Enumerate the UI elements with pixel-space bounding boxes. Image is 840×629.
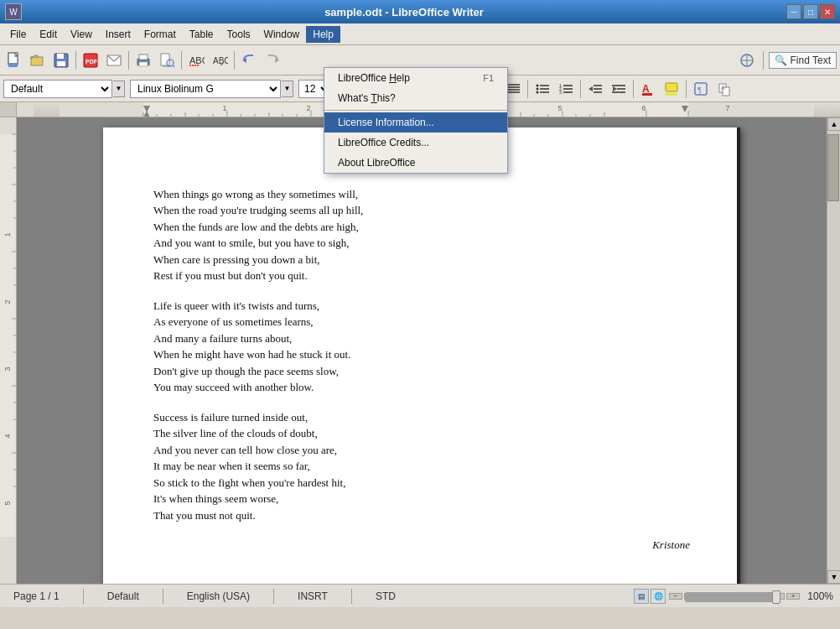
preview-button[interactable] <box>156 49 178 71</box>
scroll-down-button[interactable]: ▼ <box>827 570 840 584</box>
zoom-slider-track[interactable] <box>684 593 785 600</box>
pdf-button[interactable]: PDF <box>80 49 101 71</box>
navigator-button[interactable] <box>736 49 758 71</box>
svg-marker-58 <box>613 86 617 91</box>
svg-rect-5 <box>57 54 64 59</box>
menu-tools[interactable]: Tools <box>220 26 257 43</box>
font-dropdown-arrow[interactable]: ▼ <box>282 81 293 97</box>
menu-table[interactable]: Table <box>183 26 220 43</box>
menu-file[interactable]: File <box>3 26 33 43</box>
sep1 <box>75 51 76 70</box>
poem-line: When things go wrong as they sometimes w… <box>153 186 690 203</box>
status-sep3 <box>273 589 274 604</box>
status-sep2 <box>163 589 163 604</box>
bullet-list-button[interactable] <box>531 78 553 100</box>
font-dropdown[interactable]: Linux Biolinum G <box>130 80 281 98</box>
menu-insert[interactable]: Insert <box>99 26 137 43</box>
zoom-controls: − + 100% <box>669 590 833 602</box>
stanza-2: Life is queer with it's twists and turns… <box>153 298 690 396</box>
svg-line-16 <box>173 65 174 67</box>
email-button[interactable] <box>103 49 125 71</box>
language-info: English (USA) <box>180 589 257 604</box>
poem-line: And you want to smile, but you have to s… <box>153 235 690 252</box>
autocorrect-button[interactable]: ABC✓ <box>209 49 231 71</box>
poem-attribution: Kristone <box>153 537 690 554</box>
menu-format[interactable]: Format <box>137 26 183 43</box>
view-normal-button[interactable]: ▤ <box>634 589 649 604</box>
menu-whats-this[interactable]: What's This? <box>324 88 507 108</box>
print-button[interactable] <box>132 49 154 71</box>
number-list-button[interactable]: 1.2.3. <box>555 78 577 100</box>
menu-libreoffice-help[interactable]: LibreOffice Help F1 <box>324 68 507 88</box>
view-web-button[interactable]: 🌐 <box>651 589 666 604</box>
status-sep4 <box>351 589 352 604</box>
menu-window[interactable]: Window <box>257 26 307 43</box>
font-color-button[interactable]: A <box>637 78 659 100</box>
svg-text:A: A <box>642 83 650 95</box>
poem-line: When the funds are low and the debts are… <box>153 219 690 236</box>
zoom-slider-thumb[interactable] <box>772 590 780 604</box>
poem-line: And many a failure turns about, <box>153 330 690 347</box>
decrease-indent-button[interactable] <box>584 78 606 100</box>
svg-rect-2 <box>31 57 43 65</box>
svg-rect-11 <box>139 55 148 60</box>
clone-format-button[interactable]: A <box>713 78 735 100</box>
increase-indent-button[interactable] <box>608 78 630 100</box>
style-dropdown[interactable]: Default <box>3 80 112 98</box>
menu-license-info[interactable]: License Information... <box>324 112 507 133</box>
svg-marker-54 <box>589 86 593 91</box>
redo-button[interactable] <box>262 49 283 71</box>
statusbar: Page 1 / 1 Default English (USA) INSRT S… <box>0 584 840 607</box>
new-button[interactable] <box>3 49 25 71</box>
poem-line: The silver line of the clouds of doubt, <box>153 425 690 442</box>
menu-edit[interactable]: Edit <box>33 26 64 43</box>
scroll-thumb[interactable] <box>827 134 839 201</box>
maximize-button[interactable]: □ <box>803 4 818 19</box>
close-button[interactable]: ✕ <box>820 4 835 19</box>
svg-text:✓: ✓ <box>220 60 226 68</box>
spellcheck-button[interactable]: ABC <box>185 49 207 71</box>
svg-rect-65 <box>666 93 677 96</box>
styles-button[interactable]: ¶ <box>690 78 712 100</box>
open-button[interactable] <box>27 49 49 71</box>
menu-item-label: License Information... <box>338 117 434 128</box>
style-dropdown-arrow[interactable]: ▼ <box>113 81 125 97</box>
svg-rect-64 <box>666 83 677 91</box>
vertical-scrollbar[interactable]: ▲ ▼ <box>827 117 840 584</box>
poem-line: So stick to the fight when you're hardes… <box>153 475 690 491</box>
status-sep1 <box>83 589 84 604</box>
document-area[interactable]: DON'T QUIT When things go wrong as they … <box>17 117 827 584</box>
page-info: Page 1 / 1 <box>7 589 66 604</box>
menu-item-label: What's This? <box>338 92 396 104</box>
menu-help[interactable]: Help <box>306 26 340 43</box>
menu-view[interactable]: View <box>64 26 99 43</box>
menu-libreoffice-credits[interactable]: LibreOffice Credits... <box>324 133 507 153</box>
svg-point-44 <box>537 87 539 90</box>
poem-line: When care is pressing you down a bit, <box>153 252 690 268</box>
sep-fmt6 <box>686 80 687 98</box>
document-page: DON'T QUIT When things go wrong as they … <box>103 127 740 584</box>
svg-text:ABC: ABC <box>189 55 205 65</box>
svg-rect-12 <box>139 62 148 66</box>
save-button[interactable] <box>50 49 72 71</box>
zoom-out-button[interactable]: − <box>669 593 682 600</box>
menu-item-label: LibreOffice Credits... <box>338 137 429 148</box>
sep2 <box>128 51 129 70</box>
menubar: File Edit View Insert Format Table Tools… <box>0 23 840 45</box>
titlebar: W sample.odt - LibreOffice Writer ─ □ ✕ <box>0 0 840 23</box>
svg-text:5: 5 <box>557 104 562 112</box>
scroll-track[interactable] <box>827 131 840 570</box>
undo-button[interactable] <box>238 49 260 71</box>
minimize-button[interactable]: ─ <box>786 4 801 19</box>
scroll-up-button[interactable]: ▲ <box>827 117 840 131</box>
stanza-3: Success is failure turned inside out, Th… <box>153 409 690 524</box>
menu-about[interactable]: About LibreOffice <box>324 153 507 173</box>
window-title: sample.odt - LibreOffice Writer <box>22 6 786 18</box>
zoom-in-button[interactable]: + <box>786 593 800 600</box>
poem-line: You may succeed with another blow. <box>153 379 690 396</box>
insert-mode[interactable]: INSRT <box>291 589 334 604</box>
poem-line: As everyone of us sometimes learns, <box>153 314 690 330</box>
highlight-button[interactable] <box>661 78 682 100</box>
std-mode[interactable]: STD <box>369 589 402 604</box>
find-text-area[interactable]: 🔍 Find Text <box>769 52 837 69</box>
